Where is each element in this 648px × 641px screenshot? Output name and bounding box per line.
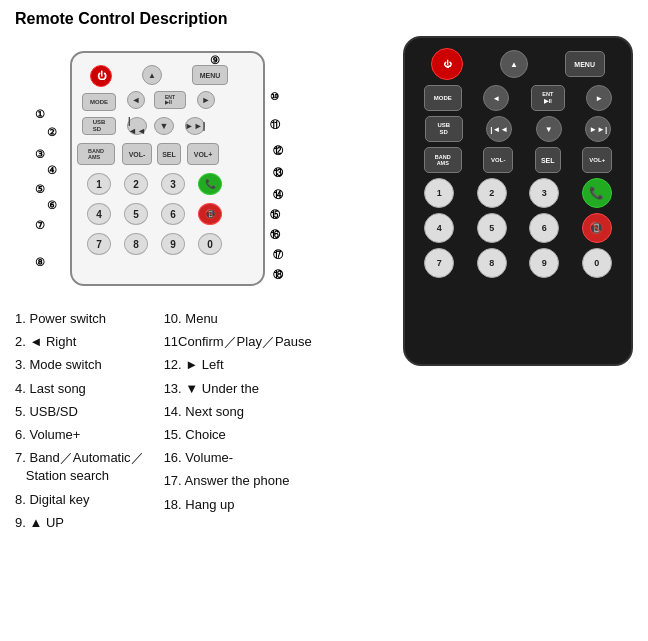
diagram-label-9: ⑨: [210, 54, 220, 67]
desc-6: 6. Volume+: [15, 426, 144, 444]
desc-5: 5. USB/SD: [15, 403, 144, 421]
desc-10: 10. Menu: [164, 310, 312, 328]
diagram-label-10: ⑩: [270, 91, 279, 102]
desc-18: 18. Hang up: [164, 496, 312, 514]
remote-diagram: ⏻ ▲ MENU MODE ◄ ENT▶II ► USBSD |◄◄ ▼ ►►|…: [15, 36, 285, 296]
diagram-label-8: ⑧: [35, 256, 45, 269]
desc-12: 12. ► Left: [164, 356, 312, 374]
hang-button[interactable]: 📵: [582, 213, 612, 243]
desc-16: 16. Volume-: [164, 449, 312, 467]
desc-2: 2. ◄ Right: [15, 333, 144, 351]
diagram-label-11: ⑪: [270, 118, 280, 132]
num-2-button[interactable]: 2: [477, 178, 507, 208]
diagram-label-17: ⑰: [273, 248, 283, 262]
diagram-label-1: ①: [35, 108, 45, 121]
power-button[interactable]: ⏻: [431, 48, 463, 80]
desc-15: 15. Choice: [164, 426, 312, 444]
page-title: Remote Control Description: [15, 10, 633, 28]
descriptions: 1. Power switch 2. ◄ Right 3. Mode switc…: [15, 310, 393, 532]
prev-button[interactable]: |◄◄: [486, 116, 512, 142]
right-button[interactable]: ►: [586, 85, 612, 111]
diagram-label-12: ⑫: [273, 144, 283, 158]
desc-1: 1. Power switch: [15, 310, 144, 328]
mode-button[interactable]: MODE: [424, 85, 462, 111]
diagram-label-18: ⑱: [273, 268, 283, 282]
desc-9: 9. ▲ UP: [15, 514, 144, 532]
diagram-label-4: ④: [47, 164, 57, 177]
num-6-button[interactable]: 6: [529, 213, 559, 243]
vol-minus-button[interactable]: VOL-: [483, 147, 513, 173]
desc-4: 4. Last song: [15, 380, 144, 398]
call-button[interactable]: 📞: [582, 178, 612, 208]
diagram-label-14: ⑭: [273, 188, 283, 202]
num-1-button[interactable]: 1: [424, 178, 454, 208]
sel-button[interactable]: SEL: [535, 147, 561, 173]
diagram-label-3: ③: [35, 148, 45, 161]
vol-plus-button[interactable]: VOL+: [582, 147, 612, 173]
desc-7: 7. Band／Automatic／ Station search: [15, 449, 144, 485]
remote-photo: ⏻ ▲ MENU MODE ◄ ENT▶II ► USBSD |◄◄ ▼ ►►|…: [403, 36, 633, 366]
desc-col-right: 10. Menu 11Confirm／Play／Pause 12. ► Left…: [164, 310, 312, 532]
usb-button[interactable]: USBSD: [425, 116, 463, 142]
diagram-label-2: ②: [47, 126, 57, 139]
desc-3: 3. Mode switch: [15, 356, 144, 374]
desc-17: 17. Answer the phone: [164, 472, 312, 490]
num-8-button[interactable]: 8: [477, 248, 507, 278]
desc-col-left: 1. Power switch 2. ◄ Right 3. Mode switc…: [15, 310, 144, 532]
num-0-button[interactable]: 0: [582, 248, 612, 278]
diagram-label-16: ⑯: [270, 228, 280, 242]
left-button[interactable]: ◄: [483, 85, 509, 111]
num-4-button[interactable]: 4: [424, 213, 454, 243]
diagram-label-15: ⑮: [270, 208, 280, 222]
desc-11: 11Confirm／Play／Pause: [164, 333, 312, 351]
diagram-label-5: ⑤: [35, 183, 45, 196]
diagram-label-6: ⑥: [47, 199, 57, 212]
up-button[interactable]: ▲: [500, 50, 528, 78]
diagram-label-13: ⑬: [273, 166, 283, 180]
num-7-button[interactable]: 7: [424, 248, 454, 278]
menu-button[interactable]: MENU: [565, 51, 605, 77]
desc-8: 8. Digital key: [15, 491, 144, 509]
num-5-button[interactable]: 5: [477, 213, 507, 243]
next-button[interactable]: ►►|: [585, 116, 611, 142]
desc-13: 13. ▼ Under the: [164, 380, 312, 398]
ent-button[interactable]: ENT▶II: [531, 85, 565, 111]
num-3-button[interactable]: 3: [529, 178, 559, 208]
down-button[interactable]: ▼: [536, 116, 562, 142]
band-button[interactable]: BANDAMS: [424, 147, 462, 173]
diagram-label-7: ⑦: [35, 219, 45, 232]
desc-14: 14. Next song: [164, 403, 312, 421]
num-9-button[interactable]: 9: [529, 248, 559, 278]
